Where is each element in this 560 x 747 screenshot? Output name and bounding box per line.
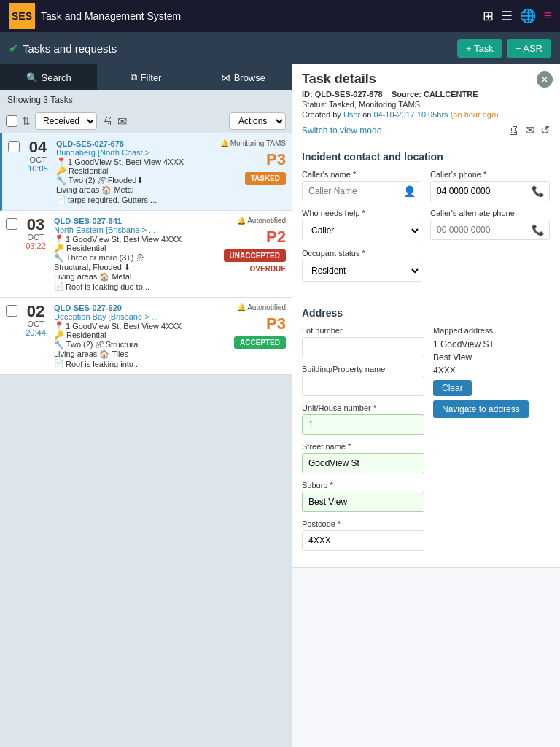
note-icon: 📄 bbox=[54, 282, 64, 291]
postcode-label: Postcode * bbox=[302, 519, 424, 528]
street-name-input[interactable] bbox=[302, 453, 424, 473]
add-asr-button[interactable]: + ASR bbox=[507, 39, 551, 58]
list-icon[interactable]: ☰ bbox=[501, 8, 513, 24]
building-name-label: Building/Property name bbox=[302, 365, 424, 374]
created-user-link[interactable]: User bbox=[343, 110, 360, 119]
logo-text: SES bbox=[12, 10, 32, 22]
task-checkbox[interactable] bbox=[6, 218, 18, 230]
actions-select[interactable]: Actions bbox=[229, 112, 286, 130]
select-all-checkbox[interactable] bbox=[6, 115, 18, 127]
building-name-input[interactable] bbox=[302, 376, 424, 396]
task-day: 02 bbox=[22, 303, 50, 320]
postcode-group: Postcode * bbox=[302, 519, 424, 551]
callers-phone-group: Caller's phone * 📞 bbox=[430, 170, 550, 201]
street-name-label: Street name * bbox=[302, 442, 424, 451]
browse-button[interactable]: ⋈ Browse bbox=[195, 64, 292, 90]
bell-icon: 🔔 bbox=[220, 139, 229, 147]
note-icon: 📄 bbox=[56, 195, 66, 204]
sort-select[interactable]: Received Priority Date bbox=[35, 112, 97, 130]
task-item[interactable]: 02 OCT 20:44 QLD-SES-027-620 Deception B… bbox=[0, 298, 292, 375]
switch-view-link[interactable]: Switch to view mode bbox=[302, 125, 381, 136]
pin-icon: 📍 bbox=[56, 157, 66, 166]
task-date-block: 04 OCT 10:05 bbox=[24, 139, 52, 173]
history-action-icon[interactable]: ↺ bbox=[540, 123, 550, 137]
person-icon: 👤 bbox=[403, 185, 416, 197]
time-ago: (an hour ago) bbox=[451, 110, 499, 119]
sub-header-actions: + Task + ASR bbox=[457, 39, 551, 58]
suburb-group: Suburb * bbox=[302, 481, 424, 512]
tasks-toolbar: ⇅ Received Priority Date 🖨 ✉ Actions bbox=[0, 109, 292, 133]
created-date-link[interactable]: 04-10-2017 10:05hrs bbox=[373, 110, 448, 119]
task-time: 20:44 bbox=[22, 328, 50, 337]
bell-icon: 🔔 bbox=[237, 303, 246, 311]
task-view: 🔑 Residential bbox=[56, 166, 216, 176]
search-icon: 🔍 bbox=[26, 72, 38, 83]
left-panel: 🔍 Search ⧉ Filter ⋈ Browse Showing 3 Tas… bbox=[0, 64, 292, 747]
wrench-icon: 🔧 bbox=[56, 176, 66, 185]
lot-number-label: Lot number bbox=[302, 326, 424, 335]
overdue-label: OVERDUE bbox=[250, 265, 286, 273]
alt-phone-input-wrapper: 📞 bbox=[430, 220, 550, 240]
close-button[interactable]: ✕ bbox=[537, 71, 553, 88]
task-item[interactable]: 04 OCT 10:05 QLD-SES-027-678 Bundaberg [… bbox=[0, 133, 292, 211]
task-details-header: Task details ID: QLD-SES-027-678 Source:… bbox=[292, 64, 560, 142]
callers-phone-input-wrapper: 📞 bbox=[430, 181, 550, 201]
suburb-label: Suburb * bbox=[302, 481, 424, 489]
occupant-spacer bbox=[430, 249, 550, 282]
task-item[interactable]: 03 OCT 03:22 QLD-SES-027-641 North Easte… bbox=[0, 211, 292, 298]
alt-phone-icon: 📞 bbox=[532, 224, 544, 236]
task-view: 🔑 Residential bbox=[54, 244, 219, 253]
view-icon: 🔑 bbox=[56, 166, 66, 175]
menu-icon[interactable]: ≡ bbox=[543, 8, 551, 24]
filter-icon: ⧉ bbox=[131, 71, 137, 83]
search-button[interactable]: 🔍 Search bbox=[0, 64, 97, 90]
header-icons: ⊞ ☰ 🌐 ≡ bbox=[483, 8, 551, 24]
task-meta-id: ID: QLD-SES-027-678 Source: CALLCENTRE bbox=[302, 90, 499, 98]
header-action-icons: 🖨 ✉ ↺ bbox=[508, 123, 550, 137]
unit-number-group: Unit/House number * bbox=[302, 403, 424, 435]
tasks-count: Showing 3 Tasks bbox=[0, 90, 292, 109]
mapped-address-value: 1 GoodView ST Best View 4XXX bbox=[433, 338, 550, 377]
incident-contact-title: Incident contact and location bbox=[302, 151, 550, 163]
wrench-icon: 🔧 bbox=[54, 253, 64, 262]
app-header: SES Task and Management System ⊞ ☰ 🌐 ≡ bbox=[0, 0, 560, 32]
unit-number-input[interactable] bbox=[302, 414, 424, 435]
sort-icon: ⇅ bbox=[22, 115, 31, 127]
add-task-button[interactable]: + Task bbox=[457, 39, 502, 58]
email-icon[interactable]: ✉ bbox=[117, 115, 127, 128]
print-icon[interactable]: 🖨 bbox=[101, 115, 113, 128]
task-form: Incident contact and location Caller's n… bbox=[292, 142, 560, 747]
search-filter-bar: 🔍 Search ⧉ Filter ⋈ Browse bbox=[0, 64, 292, 90]
task-time: 03:22 bbox=[22, 241, 50, 250]
navigate-button[interactable]: Navigate to address bbox=[433, 400, 529, 418]
address-section-title: Address bbox=[302, 307, 550, 319]
occupant-status-select[interactable]: Resident Owner Tenant Unknown bbox=[302, 260, 421, 282]
who-needs-help-group: Who needs help * Caller Other bbox=[302, 209, 421, 241]
callers-name-phone-row: Caller's name * 👤 Caller's phone * 📞 bbox=[302, 170, 550, 201]
email-action-icon[interactable]: ✉ bbox=[525, 123, 534, 137]
occupant-status-label: Occupant status * bbox=[302, 249, 421, 258]
task-created: Created by User on 04-10-2017 10:05hrs (… bbox=[302, 110, 499, 119]
task-checkbox[interactable] bbox=[8, 141, 20, 152]
filter-button[interactable]: ⧉ Filter bbox=[97, 64, 194, 90]
address-content: Lot number Building/Property name Unit/H… bbox=[302, 326, 550, 558]
task-view: 🔑 Residential bbox=[54, 330, 230, 340]
sub-header: ✔ Tasks and requests + Task + ASR bbox=[0, 32, 560, 64]
globe-icon[interactable]: 🌐 bbox=[520, 8, 536, 24]
task-content: QLD-SES-027-641 North Eastern [Brisbane … bbox=[54, 217, 219, 291]
clear-button[interactable]: Clear bbox=[433, 380, 472, 396]
print-action-icon[interactable]: 🖨 bbox=[508, 124, 519, 137]
task-date-block: 03 OCT 03:22 bbox=[22, 217, 50, 250]
view-icon: 🔑 bbox=[54, 244, 64, 252]
note-icon: 📄 bbox=[54, 359, 64, 368]
grid-icon[interactable]: ⊞ bbox=[483, 8, 494, 24]
task-location: North Eastern [Brisbane > ... bbox=[54, 225, 219, 234]
task-checkbox[interactable] bbox=[6, 305, 18, 317]
task-areas: Living areas 🏠 Metal bbox=[56, 185, 216, 195]
who-needs-help-select[interactable]: Caller Other bbox=[302, 220, 421, 241]
postcode-input[interactable] bbox=[302, 530, 424, 551]
task-areas2: Living areas 🏠 Metal bbox=[54, 272, 219, 282]
task-priority: P3 bbox=[266, 150, 286, 169]
suburb-input[interactable] bbox=[302, 492, 424, 512]
lot-number-input[interactable] bbox=[302, 337, 424, 357]
